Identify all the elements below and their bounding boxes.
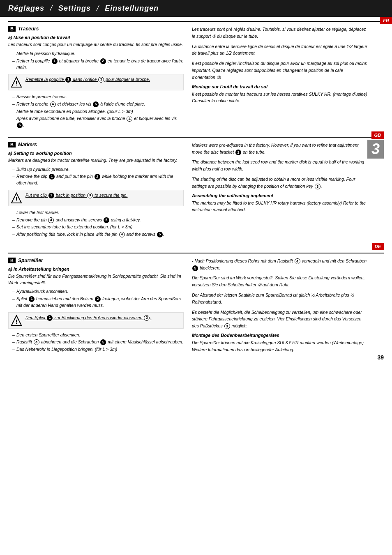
english-sub-a: a) Setting to working position [8,151,184,156]
german-intro: Die Spurreißer sind für eine Fahrgassenm… [8,273,184,286]
french-section-title: B Traceurs [8,26,184,32]
french-right-2: La distance entre la dernière ligne de s… [192,43,367,57]
french-bullet-2: Retirer la goupille 1 et dégager la broc… [12,58,184,71]
english-section-title: B Markers [8,142,184,147]
english-left: B Markers a) Setting to working position… [8,142,184,239]
german-warning-text: Den Splint 1 zur Blockierung des Bolzens… [25,315,151,321]
german-bullet-1: Hydraulikdruck anschalten. [12,288,184,295]
content-area: FR B Traceurs a) Mise en position de tra… [0,17,392,365]
french-bullets2: Baisser le premier traceur. Retirer la b… [8,94,184,129]
english-intro: Markers are designed for tractor centrel… [8,157,184,164]
svg-text:!: ! [16,196,18,203]
english-bullets2: Lower the first marker. Remove the pin 4… [8,210,184,238]
german-montage-title: Montage des Bodenbearbeitungsgerätes [192,333,367,338]
fr-badge: FR [380,17,392,25]
english-bullets: Build up hydraulic pressure. Remove the … [8,166,184,187]
english-right: Markers were pre-adjusted in the factory… [192,142,367,239]
number-badge: 3 [367,140,384,159]
german-bullet-3: Den ersten Spurreißer absenken. [12,332,184,339]
german-bullet-5: Das Nebenrohr in Liegeposition bringen. … [12,346,184,353]
french-right-1: Les traceurs sont pré réglés d'usine. To… [192,26,367,40]
english-bullet-4: Remove the pin 4 and unscrew the screws … [12,217,184,223]
page-header: Réglages / Settings / Einstellungen [0,0,392,17]
french-bullet-4: Retirer la broche 4 et dévisser les vis … [12,101,184,108]
french-warning: ! Remettre la goupille 1 dans l'orifice … [8,74,184,90]
svg-text:!: ! [16,318,18,325]
german-right-2: Die Spurreißer sind im Werk voreingestel… [192,274,367,288]
german-section-title: B Spurreißer [8,258,184,263]
page-number: 39 [377,354,384,361]
french-bullet-1: Mettre la pression hydraulique. [12,51,184,57]
french-bullet-6: Après avoir positionné ce tube, verrouil… [12,115,184,129]
english-warning-text: Put the clip 1 back in position 3 to sec… [25,192,128,199]
german-bullets: Hydraulikdruck anschalten. Splint 1 hera… [8,288,184,309]
gb-badge: GB [371,131,384,140]
french-section: B Traceurs a) Mise en position de travai… [8,21,384,134]
german-bullet-2: Splint 1 herausziehen und den Bolzen 2 f… [12,296,184,309]
english-bullet-5: Set the secondary tube to the extended p… [12,224,184,230]
german-right-3: Der Abstand der letzten Saatlinie zum Sp… [192,292,367,306]
french-sub-a: a) Mise en position de travail [8,35,184,40]
french-montage-title: Montage sur l'outil de travail du sol [192,84,367,89]
warning-icon-de: ! [11,315,22,326]
de-badge-row: DE [8,243,384,251]
french-montage-text: Il est possible de monter les traceurs s… [192,91,367,105]
french-right-3: Il est possible de régler l'inclinaison … [192,60,367,81]
english-section: B Markers a) Setting to working position… [8,137,384,243]
german-left: B Spurreißer a) In Arbeitsstellung bring… [8,258,184,357]
french-right: Les traceurs sont pré réglés d'usine. To… [192,26,367,129]
svg-text:!: ! [16,80,18,87]
english-bullet-6: After positioning this tube, lock it in … [12,231,184,238]
warning-icon: ! [11,76,22,88]
german-letter: B [8,258,16,263]
french-letter: B [8,26,16,32]
french-bullets: Mettre la pression hydraulique. Retirer … [8,51,184,71]
english-right-1: Markers were pre-adjusted in the factory… [192,142,367,156]
french-warning-text: Remettre la goupille 1 dans l'orifice 3 … [25,76,150,83]
english-warning: ! Put the clip 1 back in position 3 to s… [8,190,184,206]
german-sub-a: a) In Arbeitsstellung bringen [8,267,184,272]
fr-lang-badge: FR [380,17,392,24]
german-section: B Spurreißer a) In Arbeitsstellung bring… [8,253,384,361]
english-right-3: The slanting of the disc can be adjusted… [192,176,367,190]
header-title: Réglages / Settings / Einstellungen [8,4,159,13]
french-bullet-5: Mettre le tube secondaire en position al… [12,108,184,115]
german-montage-text: Die Spurreißer können auf die Kreiselegg… [192,339,367,353]
english-montage-title: Assembling the cultivating implement [192,193,367,198]
german-right: - Nach Positionierung dieses Rohrs mit d… [192,258,367,357]
german-warning: ! Den Splint 1 zur Blockierung des Bolze… [8,312,184,329]
english-montage-text: The markers may be fitted to the SULKY H… [192,200,367,214]
english-right-2: The distance between the last seed row a… [192,159,367,173]
german-right-1: - Nach Positionierung dieses Rohrs mit d… [192,258,367,272]
german-bullet-4: Raststift 4 abnehmen und die Schrauben 5… [12,339,184,345]
german-right-4: Es besteht die Möglichkeit, die Scheiben… [192,309,367,329]
english-bullet-3: Lower the first marker. [12,210,184,216]
german-bullets2: Den ersten Spurreißer absenken. Raststif… [8,332,184,353]
french-intro: Les traceurs sont conçus pour un marquag… [8,41,184,48]
english-bullet-1: Build up hydraulic pressure. [12,166,184,173]
warning-icon-en: ! [11,192,22,204]
french-bullet-3: Baisser le premier traceur. [12,94,184,100]
french-left: B Traceurs a) Mise en position de travai… [8,26,184,129]
english-letter: B [8,142,16,147]
english-bullet-2: Remove the clip 1 and pull out the pin 2… [12,173,184,187]
